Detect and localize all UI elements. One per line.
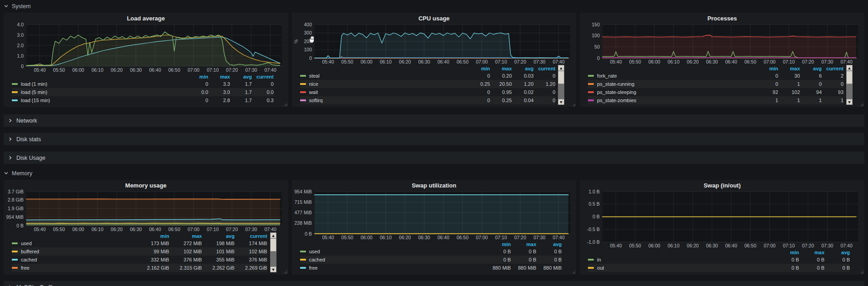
svg-text:06:00: 06:00 (360, 59, 372, 64)
legend-series-label[interactable]: ps_state-sleeping (588, 89, 756, 95)
panel-title-swap-utilization[interactable]: Swap utilization (292, 180, 577, 190)
legend-column-header[interactable]: max (208, 74, 230, 79)
legend-value: 0.03 (512, 73, 533, 79)
legend-series-label[interactable]: load (1 min) (12, 81, 187, 87)
panel-title-processes[interactable]: Processes (580, 13, 864, 23)
row-header-system[interactable]: System (4, 2, 864, 10)
panel-title-swap-in-out[interactable]: Swap (in/out) (580, 180, 864, 190)
legend-series-label[interactable]: load (5 min) (12, 89, 187, 95)
panel-title-load-average[interactable]: Load average (4, 13, 288, 23)
legend-series-label[interactable]: steal (300, 73, 469, 79)
legend-series-label[interactable]: out (588, 265, 774, 271)
legend-series-label[interactable]: cached (300, 257, 486, 262)
scrollbar-thumb[interactable] (558, 71, 564, 84)
scrollbar-track[interactable] (558, 71, 564, 99)
row-network[interactable]: Network (4, 114, 864, 127)
legend-series-label[interactable]: ps_state-running (588, 81, 756, 87)
series-color-swatch (588, 259, 594, 261)
svg-text:07:20: 07:20 (226, 67, 238, 73)
legend-series-label[interactable]: fork_rate (588, 73, 756, 79)
legend-column-header[interactable]: avg (536, 242, 562, 247)
row-disk-stats[interactable]: Disk stats (4, 133, 864, 145)
row-disk-usage[interactable]: Disk Usage (4, 152, 864, 164)
legend-series-label[interactable]: load (15 min) (12, 98, 187, 103)
svg-text:06:50: 06:50 (745, 59, 756, 64)
svg-text:0 B: 0 B (305, 231, 312, 237)
legend-row: free880 MiB880 MiB880 MiB (300, 264, 562, 272)
chart-cpu-usage[interactable]: 010020030040005:4005:5006:0006:1006:2006… (294, 23, 575, 65)
svg-text:07:30: 07:30 (245, 227, 257, 232)
chart-swap-utilization[interactable]: 0 B238 MiB477 MiB715 MiB954 MiB05:4005:5… (294, 190, 575, 241)
scrollbar-up-arrow[interactable] (846, 65, 853, 71)
legend-column-header[interactable]: current (822, 66, 843, 71)
legend-column-header[interactable]: avg (230, 74, 252, 79)
legend-swap-utilization: minmaxavgused0 B0 B0 Bcached0 B0 B0 Bfre… (292, 241, 577, 275)
legend-column-header[interactable]: avg (512, 66, 533, 71)
scrollbar-down-arrow[interactable] (270, 266, 276, 272)
row-header-memory[interactable]: Memory (4, 169, 864, 177)
legend-value: 332 MiB (137, 257, 169, 262)
legend-scrollbar[interactable] (846, 65, 853, 105)
legend-column-header[interactable]: min (468, 66, 490, 71)
legend-series-label[interactable]: softirq (300, 98, 469, 103)
legend-column-header[interactable]: max (778, 66, 800, 71)
legend-value: 0 B (774, 257, 799, 262)
legend-series-label[interactable]: nice (300, 81, 469, 87)
panel-title-cpu-usage[interactable]: CPU usage (292, 13, 577, 23)
legend-scrollbar[interactable] (558, 65, 564, 105)
legend-scrollbar[interactable] (270, 232, 276, 272)
legend-value: 880 MiB (485, 265, 511, 271)
legend-series-label[interactable]: free (12, 265, 137, 271)
legend-column-header[interactable]: max (169, 233, 202, 239)
legend-column-header[interactable]: max (490, 66, 512, 71)
legend-column-header[interactable]: max (799, 250, 824, 255)
legend-column-header[interactable]: min (137, 233, 169, 239)
svg-text:238 MiB: 238 MiB (294, 220, 312, 226)
svg-text:06:50: 06:50 (745, 243, 756, 248)
legend-series-label[interactable]: wait (300, 89, 469, 95)
legend-series-label[interactable]: buffered (12, 249, 137, 254)
panel-title-memory-usage[interactable]: Memory usage (4, 180, 288, 190)
svg-text:06:40: 06:40 (725, 243, 737, 248)
svg-text:06:00: 06:00 (649, 59, 661, 64)
svg-text:05:50: 05:50 (341, 59, 353, 64)
legend-column-header[interactable]: avg (202, 233, 235, 239)
scrollbar-track[interactable] (846, 71, 853, 99)
legend-column-header[interactable]: avg (800, 66, 822, 71)
svg-text:07:30: 07:30 (533, 235, 545, 240)
legend-column-header[interactable]: min (187, 74, 208, 79)
legend-column-header[interactable]: min (756, 66, 778, 71)
svg-text:06:10: 06:10 (380, 59, 391, 64)
legend-series-label[interactable]: ps_state-zombies (588, 98, 756, 103)
legend-column-header[interactable]: current (533, 66, 555, 71)
legend-value: 272 MiB (169, 241, 202, 246)
legend-series-label[interactable]: used (12, 241, 137, 246)
legend-series-label[interactable]: cached (12, 257, 137, 262)
scrollbar-track[interactable] (270, 238, 276, 266)
scrollbar-down-arrow[interactable] (558, 99, 564, 105)
scrollbar-thumb[interactable] (270, 238, 276, 251)
chevron-right-icon (8, 118, 13, 123)
scrollbar-up-arrow[interactable] (558, 65, 564, 71)
scrollbar-thumb[interactable] (846, 71, 853, 84)
series-color-swatch (588, 91, 594, 93)
legend-series-label[interactable]: used (300, 249, 486, 254)
chart-swap-in-out[interactable]: -1.0 B-0.5 B0 B0.5 B1.0 B05:4005:5006:00… (582, 190, 863, 249)
chart-memory-usage[interactable]: 0 B954 MiB1.9 GiB2.8 GiB3.7 GiB05:4005:5… (5, 190, 286, 232)
svg-text:07:20: 07:20 (802, 59, 814, 64)
chart-load-average[interactable]: 01.02.03.04.005:4005:5006:0006:1006:2006… (5, 23, 286, 73)
legend-column-header[interactable]: min (774, 250, 799, 255)
legend-column-header[interactable]: min (485, 242, 511, 247)
legend-column-header[interactable]: current (252, 74, 274, 79)
scrollbar-up-arrow[interactable] (270, 232, 276, 238)
row-mysql-traffic[interactable]: MySQL - Traffic (4, 281, 864, 286)
chart-processes[interactable]: 05010015005:4005:5006:0006:1006:2006:300… (582, 23, 863, 65)
svg-text:-1.0 B: -1.0 B (587, 239, 600, 245)
legend-column-header[interactable]: current (235, 233, 267, 239)
legend-column-header[interactable]: avg (824, 250, 850, 255)
scrollbar-down-arrow[interactable] (846, 99, 853, 105)
legend-series-label[interactable]: free (300, 265, 486, 271)
svg-text:3.0: 3.0 (17, 32, 24, 38)
legend-series-label[interactable]: in (588, 257, 774, 262)
legend-column-header[interactable]: max (511, 242, 536, 247)
